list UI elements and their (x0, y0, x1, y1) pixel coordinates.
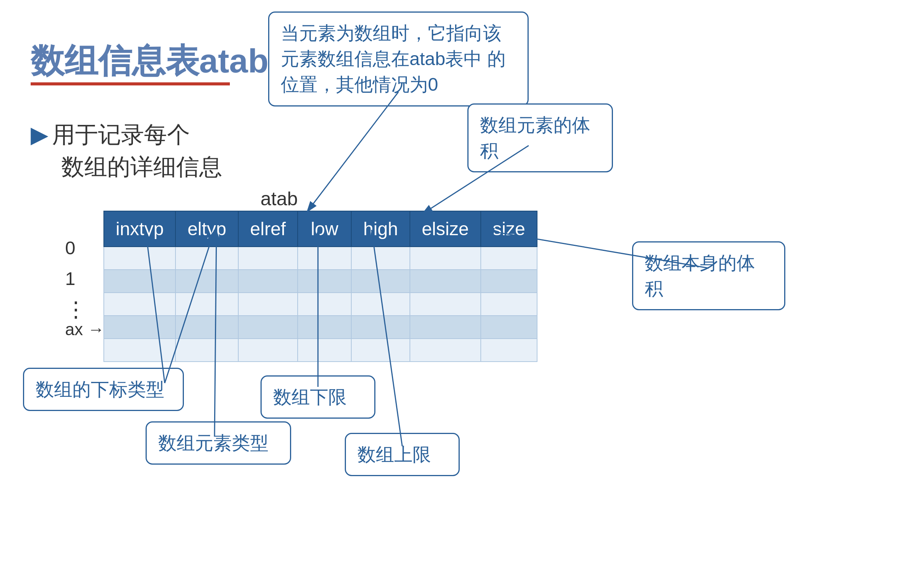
row-label-1: 1 (65, 268, 76, 289)
bullet-text-1: 用于记录每个 (52, 122, 190, 147)
page-title: 数组信息表atab (31, 38, 269, 84)
col-inxtyp: inxtyp (104, 211, 175, 247)
table-row (104, 315, 537, 339)
bullet-description: ▶用于记录每个 数组的详细信息 (31, 119, 222, 183)
table-row (104, 247, 537, 270)
atab-table: inxtyp eltyp elref low high elsize size (104, 211, 538, 362)
col-low: low (298, 211, 351, 247)
annotation-subscript-type: 数组的下标类型 (23, 368, 184, 411)
row-label-0: 0 (65, 238, 76, 259)
table-label: atab (261, 188, 298, 210)
row-label-ax: ax → (65, 320, 105, 339)
table-row (104, 292, 537, 315)
table-row (104, 339, 537, 362)
col-elsize: elsize (410, 211, 481, 247)
annotation-array-volume: 数组本身的体积 (632, 241, 785, 310)
row-label-dots: ⋮ (65, 297, 87, 322)
title-underline (31, 83, 230, 86)
annotation-elref: 当元素为数组时，它指向该 元素数组信息在atab表中 的位置，其他情况为0 (268, 12, 529, 106)
table-row (104, 270, 537, 292)
main-container: 数组信息表atab ▶用于记录每个 数组的详细信息 atab inxtyp el… (0, 0, 924, 583)
bullet-arrow: ▶ (31, 122, 48, 147)
col-elref: elref (238, 211, 298, 247)
col-high: high (351, 211, 410, 247)
annotation-element-volume: 数组元素的体积 (467, 103, 613, 172)
bullet-text-2: 数组的详细信息 (61, 154, 222, 180)
annotation-element-type: 数组元素类型 (145, 421, 291, 465)
annotation-lower-bound: 数组下限 (261, 375, 375, 419)
arrow-elref (307, 92, 398, 213)
annotation-upper-bound: 数组上限 (345, 433, 460, 476)
col-size: size (481, 211, 537, 247)
col-eltyp: eltyp (175, 211, 238, 247)
